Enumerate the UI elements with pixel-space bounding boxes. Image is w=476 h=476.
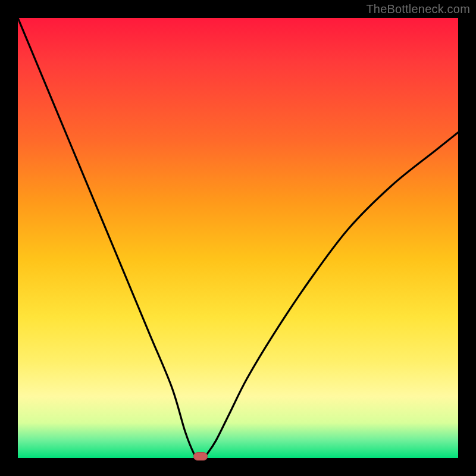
plot-area	[18, 18, 458, 458]
watermark-label: TheBottleneck.com	[366, 2, 470, 16]
chart-frame: TheBottleneck.com	[0, 0, 476, 476]
bottleneck-marker	[193, 452, 208, 461]
bottleneck-curve	[18, 18, 458, 458]
